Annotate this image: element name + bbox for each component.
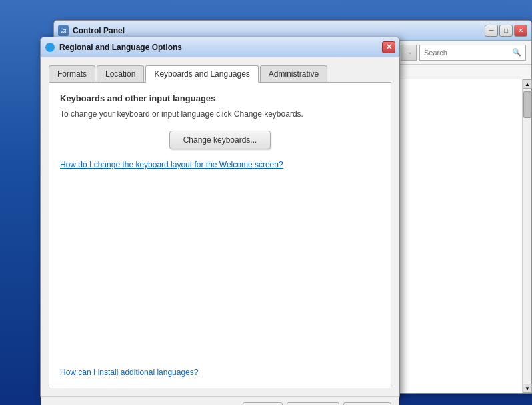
tab-keyboards-languages[interactable]: Keyboards and Languages [145, 65, 258, 83]
scroll-up-button[interactable]: ▲ [523, 79, 532, 89]
cp-window-icon: 🗂 [58, 25, 69, 36]
cp-scrollbar[interactable]: ▲ ▼ [522, 79, 531, 393]
search-input[interactable] [424, 49, 512, 57]
install-languages-link[interactable]: How can I install additional languages? [60, 362, 380, 377]
close-button[interactable]: ✕ [514, 25, 527, 37]
cancel-button[interactable]: Cancel [287, 402, 339, 405]
dialog-close-button[interactable]: ✕ [382, 41, 395, 53]
dialog-icon: 🌐 [45, 42, 55, 53]
tab-location[interactable]: Location [97, 65, 144, 82]
dialog-titlebar: 🌐 Regional and Language Options ✕ [41, 37, 399, 57]
go-button[interactable]: → [401, 45, 417, 61]
dialog-tab-bar: Formats Location Keyboards and Languages… [49, 65, 391, 83]
tab-content-keyboards: Keyboards and other input languages To c… [49, 83, 391, 388]
keyboard-layout-help-link[interactable]: How do I change the keyboard layout for … [60, 160, 380, 169]
change-keyboards-button[interactable]: Change keyboards... [169, 131, 271, 149]
regional-language-dialog: 🌐 Regional and Language Options ✕ Format… [40, 37, 400, 397]
scroll-down-button[interactable]: ▼ [523, 384, 532, 393]
dialog-title: Regional and Language Options [59, 43, 382, 52]
scroll-track[interactable] [523, 89, 531, 384]
scroll-thumb[interactable] [523, 91, 531, 118]
svg-text:🌐: 🌐 [46, 43, 55, 52]
dialog-button-bar: OK Cancel Apply [41, 396, 399, 405]
maximize-button[interactable]: □ [499, 25, 513, 37]
keyboards-section-desc: To change your keyboard or input languag… [60, 109, 380, 120]
tab-formats[interactable]: Formats [49, 65, 95, 82]
dialog-body: Formats Location Keyboards and Languages… [41, 57, 399, 396]
minimize-button[interactable]: ─ [485, 25, 498, 37]
tab-administrative[interactable]: Administrative [260, 65, 327, 82]
apply-button[interactable]: Apply [343, 402, 391, 405]
cp-window-title: Control Panel [73, 26, 485, 35]
search-icon: 🔍 [512, 48, 521, 57]
search-box[interactable]: 🔍 [419, 45, 526, 61]
cp-window-controls: ─ □ ✕ [485, 25, 527, 37]
keyboards-section-title: Keyboards and other input languages [60, 93, 380, 103]
ok-button[interactable]: OK [243, 402, 282, 405]
